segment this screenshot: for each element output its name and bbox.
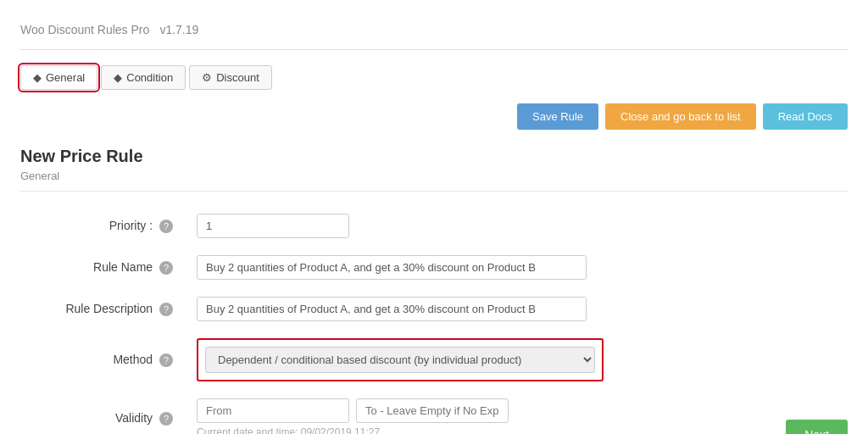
validity-value-cell: Current date and time: 09/02/2019 11:27 xyxy=(190,390,848,434)
method-row: Method ? Dependent / conditional based d… xyxy=(20,330,848,390)
tab-condition-label: Condition xyxy=(126,71,173,84)
action-buttons: Save Rule Close and go back to list Read… xyxy=(20,103,848,130)
read-docs-button[interactable]: Read Docs xyxy=(763,103,848,130)
priority-input[interactable] xyxy=(197,214,349,238)
rule-description-value-cell xyxy=(190,288,848,330)
tab-general[interactable]: ◆ General xyxy=(20,65,97,90)
validity-to-input[interactable] xyxy=(356,398,509,423)
method-highlight-wrapper: Dependent / conditional based discount (… xyxy=(197,338,604,381)
method-label: Method ? xyxy=(20,330,190,390)
app-version: v1.7.19 xyxy=(159,23,198,36)
app-title: Woo Discount Rules Pro v1.7.19 xyxy=(20,17,848,50)
tab-discount[interactable]: ⚙ Discount xyxy=(189,65,272,90)
priority-help-icon[interactable]: ? xyxy=(159,220,173,233)
validity-row: Validity ? Current date and time: 09/02/… xyxy=(20,390,848,434)
form-section-sub: General xyxy=(20,170,848,192)
method-help-icon[interactable]: ? xyxy=(159,353,173,367)
app-title-text: Woo Discount Rules Pro xyxy=(20,23,149,36)
rule-description-input[interactable] xyxy=(197,297,587,321)
validity-inputs xyxy=(197,398,841,423)
tab-discount-label: Discount xyxy=(216,71,259,84)
rule-name-input[interactable] xyxy=(197,255,587,280)
form-section: New Price Rule General Priority : ? Rule… xyxy=(20,147,848,434)
page-wrapper: Woo Discount Rules Pro v1.7.19 ◆ General… xyxy=(0,0,868,434)
method-select[interactable]: Dependent / conditional based discount (… xyxy=(205,347,595,373)
general-tab-icon: ◆ xyxy=(33,71,42,84)
condition-tab-icon: ◆ xyxy=(114,71,122,84)
priority-value-cell xyxy=(190,205,848,247)
form-table: Priority : ? Rule Name ? xyxy=(20,205,848,434)
next-button[interactable]: Next xyxy=(786,420,848,434)
form-section-title: New Price Rule xyxy=(20,147,848,166)
validity-from-input[interactable] xyxy=(197,398,349,423)
rule-name-help-icon[interactable]: ? xyxy=(159,261,173,275)
rule-description-help-icon[interactable]: ? xyxy=(159,303,173,316)
rule-description-label: Rule Description ? xyxy=(20,288,190,330)
validity-help-icon[interactable]: ? xyxy=(159,412,173,426)
tab-condition[interactable]: ◆ Condition xyxy=(101,65,186,90)
rule-name-label: Rule Name ? xyxy=(20,247,190,288)
priority-label: Priority : ? xyxy=(20,205,190,247)
priority-row: Priority : ? xyxy=(20,205,848,247)
close-back-button[interactable]: Close and go back to list xyxy=(605,103,756,130)
tabs-row: ◆ General ◆ Condition ⚙ Discount xyxy=(20,65,848,90)
discount-tab-icon: ⚙ xyxy=(202,71,212,84)
current-date-label: Current date and time: 09/02/2019 11:27 xyxy=(197,426,841,434)
validity-label: Validity ? xyxy=(20,390,190,434)
tab-general-label: General xyxy=(46,71,85,84)
rule-name-value-cell xyxy=(190,247,848,288)
method-value-cell: Dependent / conditional based discount (… xyxy=(190,330,848,390)
next-btn-wrapper: Next xyxy=(786,420,848,434)
rule-description-row: Rule Description ? xyxy=(20,288,848,330)
save-rule-button[interactable]: Save Rule xyxy=(517,103,598,130)
rule-name-row: Rule Name ? xyxy=(20,247,848,288)
